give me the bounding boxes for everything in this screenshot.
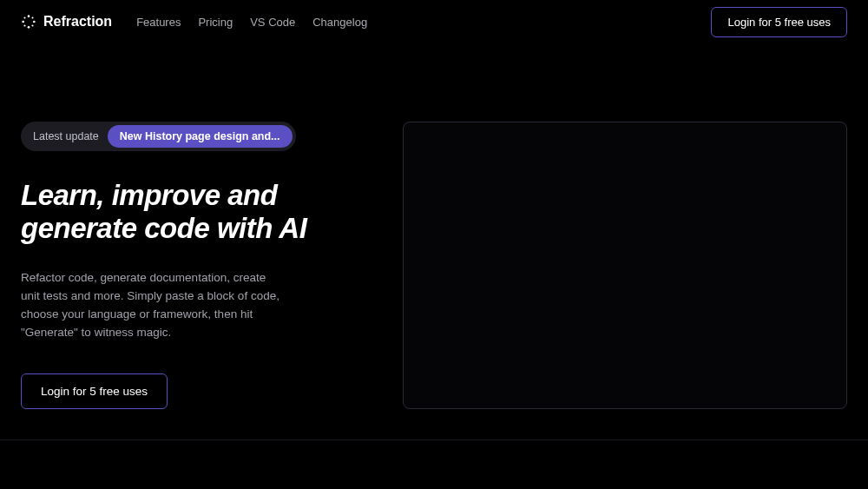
svg-point-0 xyxy=(28,15,30,17)
svg-point-4 xyxy=(23,17,25,18)
update-badge[interactable]: Latest update New History page design an… xyxy=(21,122,296,151)
update-pill: New History page design and... xyxy=(108,125,293,148)
refraction-logo-icon xyxy=(21,14,36,30)
svg-point-3 xyxy=(33,21,36,23)
header-left: Refraction Features Pricing VS Code Chan… xyxy=(21,14,367,30)
hero-description: Refactor code, generate documentation, c… xyxy=(21,269,281,342)
nav-link-vscode[interactable]: VS Code xyxy=(250,16,295,29)
footer-divider xyxy=(0,439,868,440)
svg-point-7 xyxy=(31,24,33,26)
brand-name: Refraction xyxy=(43,14,112,30)
hero-content: Latest update New History page design an… xyxy=(21,122,351,409)
header-login-button[interactable]: Login for 5 free uses xyxy=(711,7,847,37)
main-nav: Features Pricing VS Code Changelog xyxy=(136,16,367,29)
svg-point-2 xyxy=(22,21,24,23)
hero-section: Latest update New History page design an… xyxy=(0,43,868,409)
svg-point-5 xyxy=(31,17,33,18)
hero-title: Learn, improve and generate code with AI xyxy=(21,179,351,245)
nav-link-pricing[interactable]: Pricing xyxy=(198,16,233,29)
svg-point-1 xyxy=(28,26,30,29)
svg-point-6 xyxy=(23,24,25,26)
nav-link-changelog[interactable]: Changelog xyxy=(312,16,367,29)
update-label: Latest update xyxy=(24,126,108,147)
brand-logo[interactable]: Refraction xyxy=(21,14,112,30)
site-header: Refraction Features Pricing VS Code Chan… xyxy=(0,0,868,43)
nav-link-features[interactable]: Features xyxy=(136,16,181,29)
hero-preview-panel xyxy=(403,122,847,409)
hero-cta-button[interactable]: Login for 5 free uses xyxy=(21,373,168,409)
